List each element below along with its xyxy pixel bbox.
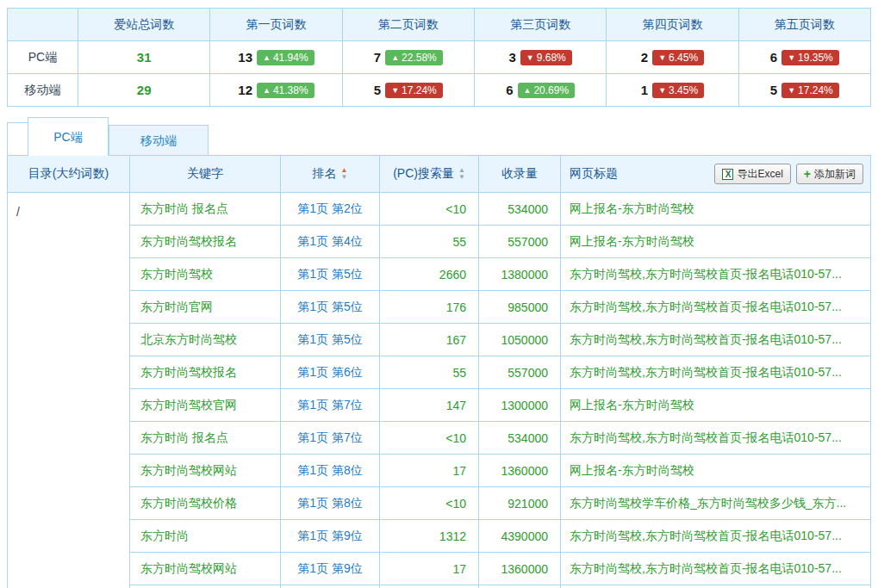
header-rank-sort[interactable]: 排名 ▲ ▼ — [281, 156, 380, 192]
keyword-cell: 东方时尚驾校报名 — [130, 356, 281, 388]
header-volume-sort[interactable]: (PC)搜索量 ▲ ▼ — [380, 156, 479, 192]
trend-arrow-icon: ▼ — [788, 86, 795, 95]
tab-mobile[interactable]: 移动端 — [109, 125, 209, 155]
rank-cell: 第1页 第9位 — [281, 553, 380, 585]
rank-cell: 第1页 第9位 — [281, 520, 380, 552]
table-row: 东方时尚官网 第1页 第5位 176 985000 东方时尚驾校,东方时尚驾校首… — [130, 291, 870, 324]
page-title-cell: 网上报名-东方时尚驾校 — [561, 226, 870, 257]
summary-page3-cell: 3 ▼ 9.68% — [475, 41, 607, 74]
rank-link[interactable]: 第1页 第2位 — [297, 201, 362, 217]
trend-percent: 9.68% — [537, 52, 566, 64]
rank-cell: 第1页 第5位 — [281, 324, 380, 356]
total-words-value: 29 — [137, 83, 152, 97]
table-row: 东方时尚驾校 第1页 第5位 2660 1380000 东方时尚驾校,东方时尚驾… — [130, 258, 870, 291]
header-index: 收录量 — [479, 156, 561, 192]
search-volume-cell: 176 — [380, 291, 479, 323]
rank-sort-icon[interactable]: ▲ ▼ — [341, 167, 348, 181]
directory-cell: / — [8, 193, 130, 588]
trend-percent: 41.94% — [273, 52, 308, 64]
summary-page3-cell: 6 ▲ 20.69% — [475, 74, 607, 107]
page2-count: 7 — [374, 50, 381, 65]
summary-page5-cell: 6 ▼ 19.35% — [739, 41, 871, 74]
trend-percent: 20.69% — [533, 84, 569, 96]
index-count-cell: 1360000 — [479, 553, 561, 585]
device-tabs: PC端 移动端 — [7, 117, 871, 155]
summary-page1-cell: 13 ▲ 41.94% — [210, 41, 342, 74]
summary-row-label: PC端 — [8, 41, 78, 74]
trend-badge: ▲ 22.58% — [385, 50, 443, 65]
rank-link[interactable]: 第1页 第8位 — [297, 496, 362, 511]
rank-link[interactable]: 第1页 第6位 — [297, 365, 362, 381]
summary-column-header: 第四页词数 — [607, 9, 738, 41]
rank-link[interactable]: 第1页 第5位 — [297, 332, 362, 348]
keyword-cell: 北京东方时尚驾校 — [130, 324, 281, 356]
page4-count: 2 — [641, 50, 648, 65]
sort-desc-icon[interactable]: ▼ — [341, 174, 348, 181]
page4-count: 1 — [641, 83, 648, 97]
page-title-cell: 网上报名-东方时尚驾校 — [561, 389, 870, 421]
rank-cell: 第1页 第8位 — [281, 455, 380, 486]
summary-column-header: 第二页词数 — [343, 9, 475, 41]
summary-column-header: 第三页词数 — [475, 9, 607, 41]
rank-link[interactable]: 第1页 第4位 — [297, 234, 362, 250]
table-row: 东方时尚驾校报名 第1页 第6位 55 557000 东方时尚驾校,东方时尚驾校… — [130, 356, 870, 389]
trend-badge: ▲ 41.38% — [257, 83, 314, 98]
summary-corner-cell — [8, 9, 78, 41]
table-row: 东方时尚驾校官网 第1页 第7位 147 1300000 网上报名-东方时尚驾校 — [130, 389, 870, 422]
rank-cell: 第1页 第5位 — [281, 291, 380, 323]
add-keyword-button[interactable]: + 添加新词 — [796, 164, 863, 184]
table-row: 北京东方时尚驾校 第1页 第5位 167 1050000 东方时尚驾校,东方时尚… — [130, 324, 870, 356]
index-count-cell: 4390000 — [479, 520, 561, 552]
rank-cell: 第1页 第8位 — [281, 487, 380, 519]
table-toolbar: X 导出Excel + 添加新词 — [714, 164, 863, 184]
summary-page2-cell: 5 ▼ 17.24% — [343, 74, 475, 107]
rank-link[interactable]: 第1页 第5位 — [297, 300, 362, 315]
rank-cell: 第1页 第7位 — [281, 422, 380, 454]
index-count-cell: 1300000 — [479, 389, 561, 421]
rank-cell: 第1页 第2位 — [281, 193, 380, 225]
index-count-cell: 985000 — [479, 291, 561, 323]
rank-link[interactable]: 第1页 第8位 — [297, 463, 362, 479]
trend-percent: 3.45% — [669, 84, 698, 96]
keyword-cell: 东方时尚官网 — [130, 291, 281, 323]
trend-percent: 17.24% — [798, 84, 833, 96]
trend-badge: ▲ 41.94% — [257, 50, 314, 65]
page1-count: 13 — [238, 50, 252, 65]
page5-count: 5 — [770, 83, 777, 97]
summary-page5-cell: 5 ▼ 17.24% — [739, 74, 871, 107]
table-row: 东方时尚 第1页 第9位 1312 4390000 东方时尚驾校,东方时尚驾校首… — [130, 520, 870, 553]
rank-link[interactable]: 第1页 第5位 — [297, 267, 362, 282]
trend-badge: ▲ 20.69% — [518, 83, 576, 98]
trend-arrow-icon: ▼ — [788, 53, 795, 62]
page-title-cell: 东方时尚驾校,东方时尚驾校首页-报名电话010-57... — [561, 324, 870, 356]
keyword-cell: 东方时尚驾校 — [130, 258, 281, 290]
search-volume-cell: 55 — [380, 226, 479, 257]
tab-pc[interactable]: PC端 — [28, 117, 109, 156]
sort-desc-icon[interactable]: ▼ — [458, 174, 465, 181]
header-directory: 目录(大约词数) — [8, 156, 130, 192]
keyword-rows: 东方时尚 报名点 第1页 第2位 <10 534000 网上报名-东方时尚驾校 … — [130, 193, 870, 588]
keyword-cell: 东方时尚驾校官网 — [130, 389, 281, 421]
rank-link[interactable]: 第1页 第9位 — [297, 529, 362, 544]
trend-badge: ▼ 19.35% — [781, 50, 839, 65]
summary-total-cell: 31 — [78, 41, 210, 74]
summary-column-header: 爱站总词数 — [78, 9, 210, 41]
table-row: 东方时尚 报名点 第1页 第7位 <10 534000 东方时尚驾校,东方时尚驾… — [130, 422, 870, 455]
table-row: 东方时尚 报名点 第1页 第2位 <10 534000 网上报名-东方时尚驾校 — [130, 193, 870, 226]
summary-page1-cell: 12 ▲ 41.38% — [210, 74, 342, 107]
volume-sort-icon[interactable]: ▲ ▼ — [458, 167, 465, 181]
trend-badge: ▼ 17.24% — [781, 83, 839, 98]
index-count-cell: 1380000 — [479, 258, 561, 290]
keyword-table-body: / 东方时尚 报名点 第1页 第2位 <10 534000 网上报名-东方时尚驾… — [8, 193, 870, 588]
rank-link[interactable]: 第1页 第9位 — [297, 561, 362, 577]
keyword-cell: 东方时尚 — [130, 520, 281, 552]
table-row: 东方时尚驾校价格 第1页 第8位 <10 921000 东方时尚驾校学车价格_东… — [130, 487, 870, 520]
rank-link[interactable]: 第1页 第7位 — [297, 398, 362, 413]
tabstrip-edge — [7, 122, 28, 155]
summary-column-header: 第五页词数 — [739, 9, 871, 41]
table-row: 东方时尚驾校网站 第1页 第9位 17 1360000 东方时尚驾校,东方时尚驾… — [130, 553, 870, 585]
rank-link[interactable]: 第1页 第7位 — [297, 430, 362, 446]
search-volume-cell: 147 — [380, 389, 479, 421]
page-title-cell: 网上报名-东方时尚驾校 — [561, 455, 870, 486]
export-excel-button[interactable]: X 导出Excel — [714, 164, 790, 184]
